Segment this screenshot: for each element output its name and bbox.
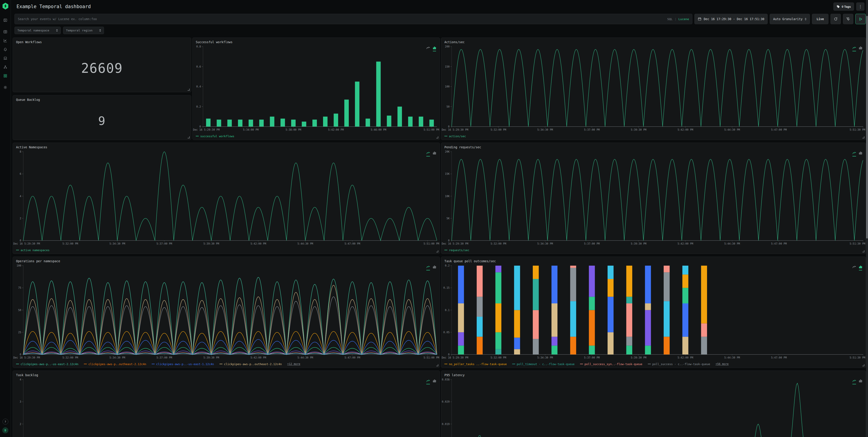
- resize-handle[interactable]: [436, 250, 438, 252]
- legend-item[interactable]: successful workflows: [196, 134, 235, 138]
- bar-chart-toggle-icon[interactable]: [859, 46, 862, 51]
- sidebar-item-alerts[interactable]: [1, 45, 9, 54]
- pending-requests-chart[interactable]: 05K10K15K20KDec 16 5:29:30 PM5:32:00 PM5…: [441, 150, 866, 246]
- bar-chart-toggle-icon[interactable]: [859, 265, 862, 270]
- bar-chart-toggle-icon[interactable]: [859, 151, 862, 156]
- line-chart-toggle-icon[interactable]: [426, 151, 430, 156]
- sidebar-item-topology[interactable]: [1, 63, 9, 71]
- legend-label: poll_success_syn..-flow-task-queue: [585, 363, 643, 366]
- active-namespaces-chart[interactable]: 02468Dec 16 5:29:30 PM5:32:00 PM5:34:30 …: [13, 150, 440, 246]
- user-avatar[interactable]: D: [2, 427, 8, 433]
- sidebar-item-metrics[interactable]: [1, 37, 9, 45]
- legend-more-link[interactable]: +12 more: [287, 363, 301, 366]
- sidebar-item-hosts[interactable]: [1, 54, 9, 62]
- sidebar-item-settings[interactable]: [1, 84, 9, 92]
- p95-latency-chart[interactable]: 0.0380.0290.0190.0100: [441, 377, 866, 437]
- line-chart-toggle-icon[interactable]: [426, 46, 430, 51]
- query-mode-lucene[interactable]: Lucene: [678, 18, 689, 21]
- query-mode-sql[interactable]: SQL: [667, 18, 673, 21]
- legend-more-link[interactable]: +56 more: [716, 363, 729, 366]
- legend-item[interactable]: active namespaces: [16, 248, 50, 252]
- svg-text:0.6: 0.6: [196, 65, 201, 68]
- svg-text:5:32:00 PM: 5:32:00 PM: [62, 356, 78, 359]
- filter-chips: Temporal namespace Temporal region: [11, 24, 868, 34]
- sidebar-item-panel-toggle[interactable]: [1, 16, 9, 24]
- page-scrollbar[interactable]: [866, 0, 868, 437]
- line-chart-toggle-icon[interactable]: [852, 46, 856, 51]
- legend-swatch: [444, 250, 447, 250]
- tags-button[interactable]: 0 Tags: [833, 2, 854, 11]
- resize-handle[interactable]: [436, 136, 438, 138]
- panel-title: Queue Backlog: [13, 95, 191, 102]
- svg-text:0: 0: [199, 125, 201, 128]
- svg-text:5:42:00 PM: 5:42:00 PM: [677, 242, 693, 245]
- filter-button[interactable]: [843, 14, 853, 24]
- successful-workflows-chart[interactable]: 00.20.40.60.8Dec 16 5:29:30 PM5:34:00 PM…: [193, 44, 440, 132]
- legend-item[interactable]: clickpipes-aws-p..outheast-2.12c4n: [219, 363, 282, 366]
- more-options-button[interactable]: ⋮: [856, 2, 864, 11]
- filter-temporal-namespace[interactable]: Temporal namespace: [14, 27, 61, 34]
- legend-item[interactable]: clickpipes-aws-p..-us-east-2.12c4n: [16, 363, 79, 366]
- app-logo-icon[interactable]: [2, 3, 8, 9]
- chart-icon: [3, 38, 7, 43]
- operations-per-namespace-chart[interactable]: 0255075100Dec 16 5:29:30 PM5:32:00 PM5:3…: [13, 263, 440, 361]
- legend-item[interactable]: action/sec: [444, 134, 466, 138]
- svg-text:0.8: 0.8: [196, 45, 201, 48]
- run-query-button[interactable]: [855, 14, 866, 24]
- scrollbar-thumb[interactable]: [866, 16, 868, 239]
- svg-text:8: 8: [20, 150, 21, 153]
- panel-active-namespaces: Active Namespaces 02468Dec 16 5:29:30 PM…: [13, 143, 440, 254]
- legend-label: clickpipes-aws-p..-us-east-2.12c4n: [21, 363, 79, 366]
- sidebar-item-dashboards[interactable]: [1, 72, 9, 80]
- legend-item[interactable]: no_poller_tasks ..-flow-task-queue: [444, 363, 507, 366]
- panel-title: P95 latency: [441, 371, 866, 377]
- legend-item[interactable]: poll_timeout · c..-flow-task-queue: [512, 363, 575, 366]
- legend-item[interactable]: clickpipes-aws-p..-us-east-1.12c4n: [152, 363, 214, 366]
- svg-text:10K: 10K: [445, 195, 450, 198]
- line-chart-toggle-icon[interactable]: [852, 265, 856, 270]
- svg-text:0: 0: [20, 353, 21, 356]
- refresh-button[interactable]: [831, 14, 841, 24]
- bar-chart-toggle-icon[interactable]: [433, 46, 436, 51]
- legend-swatch: [512, 364, 515, 364]
- resize-handle[interactable]: [862, 364, 864, 366]
- svg-text:5:38:00 PM: 5:38:00 PM: [285, 128, 301, 131]
- resize-handle[interactable]: [862, 250, 864, 252]
- bar-chart-toggle-icon[interactable]: [433, 151, 436, 156]
- stat-value: 26609: [13, 44, 191, 92]
- filter-temporal-region[interactable]: Temporal region: [63, 27, 104, 34]
- task-queue-poll-outcomes-chart[interactable]: 00.050.10.150.2Dec 16 5:29:30 PM5:32:00 …: [441, 263, 866, 361]
- line-chart-toggle-icon[interactable]: [852, 151, 856, 156]
- bar-chart-toggle-icon[interactable]: [433, 379, 436, 384]
- svg-text:Dec 16 5:29:30 PM: Dec 16 5:29:30 PM: [193, 128, 220, 131]
- time-range-picker[interactable]: Dec 16 17:29:30 - Dec 16 17:51:30: [694, 14, 768, 24]
- search-input[interactable]: [18, 17, 667, 21]
- line-chart-toggle-icon[interactable]: [426, 265, 430, 270]
- sidebar-item-tables[interactable]: [1, 28, 9, 36]
- line-chart-toggle-icon[interactable]: [852, 379, 856, 384]
- panel-open-workflows: Open Workflows 26609: [13, 37, 191, 92]
- bar-chart-toggle-icon[interactable]: [433, 265, 436, 270]
- resize-handle[interactable]: [862, 136, 864, 138]
- query-mode-divider: |: [675, 18, 676, 21]
- resize-handle[interactable]: [188, 136, 190, 138]
- legend-item[interactable]: poll_success · c..-flow-task-queue: [648, 363, 710, 366]
- legend-item[interactable]: poll_success_syn..-flow-task-queue: [580, 363, 643, 366]
- granularity-select[interactable]: Auto Granularity: [770, 14, 810, 24]
- resize-handle[interactable]: [436, 364, 438, 366]
- svg-text:5:51:30 PM: 5:51:30 PM: [850, 356, 865, 359]
- panel-title: Open Workflows: [13, 38, 191, 44]
- legend-item[interactable]: requests/sec: [444, 248, 469, 252]
- svg-text:Dec 16 5:29:30 PM: Dec 16 5:29:30 PM: [13, 242, 40, 245]
- task-backlog-chart[interactable]: 43210: [13, 377, 440, 437]
- resize-handle[interactable]: [188, 89, 190, 91]
- svg-text:5:39:30 PM: 5:39:30 PM: [631, 242, 647, 245]
- help-button[interactable]: ?: [2, 419, 8, 425]
- svg-text:75: 75: [18, 286, 21, 289]
- live-button[interactable]: Live: [812, 14, 829, 24]
- line-chart-toggle-icon[interactable]: [426, 379, 430, 384]
- svg-text:4: 4: [20, 195, 21, 198]
- bar-chart-toggle-icon[interactable]: [859, 379, 862, 384]
- legend-item[interactable]: clickpipes-aws-p..outheast-2.12c4n: [84, 363, 146, 366]
- actions-per-sec-chart[interactable]: 050100150200Dec 16 5:29:30 PM5:32:00 PM5…: [441, 44, 866, 132]
